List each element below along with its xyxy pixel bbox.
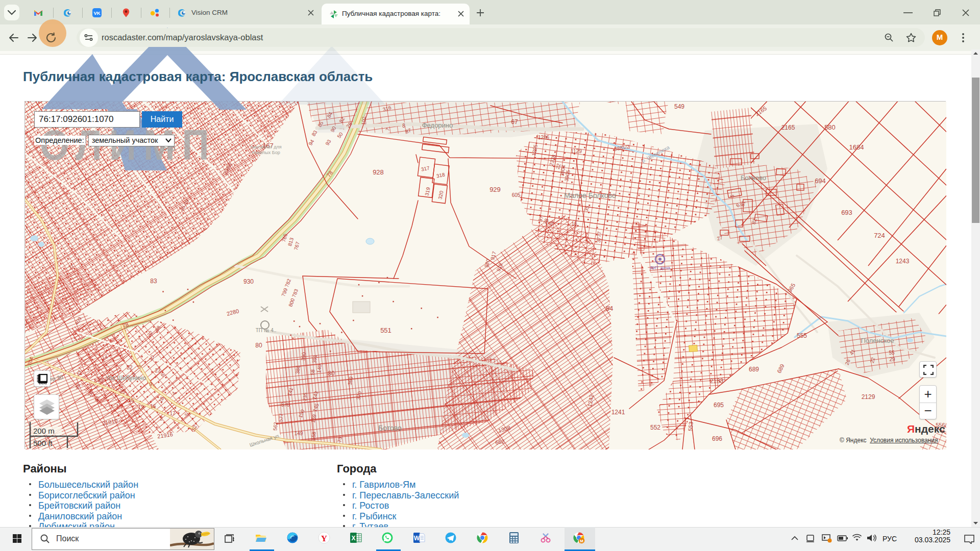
svg-text:549: 549 — [674, 103, 684, 110]
svg-text:580: 580 — [824, 123, 836, 131]
svg-text:555: 555 — [797, 332, 807, 339]
svg-text:16: 16 — [150, 404, 156, 409]
svg-text:1241: 1241 — [611, 409, 625, 416]
svg-text:73: 73 — [337, 436, 343, 442]
svg-text:930: 930 — [243, 278, 254, 285]
svg-text:Ботово: Ботово — [378, 424, 402, 432]
svg-text:1243: 1243 — [896, 258, 910, 265]
svg-text:29: 29 — [97, 378, 104, 383]
svg-text:15: 15 — [128, 397, 134, 403]
svg-text:1129: 1129 — [571, 148, 582, 154]
svg-text:2165: 2165 — [781, 124, 795, 131]
svg-text:2129: 2129 — [862, 393, 875, 400]
svg-text:929: 929 — [489, 186, 501, 193]
svg-text:22: 22 — [127, 365, 133, 370]
svg-text:9: 9 — [149, 382, 152, 387]
svg-text:390: 390 — [300, 352, 306, 361]
svg-text:3777: 3777 — [596, 231, 602, 243]
svg-text:W: W — [414, 535, 420, 542]
svg-text:1286: 1286 — [538, 135, 550, 140]
svg-text:386: 386 — [295, 365, 301, 374]
svg-text:2: 2 — [160, 416, 163, 421]
svg-text:551: 551 — [380, 327, 391, 334]
svg-text:Поленское: Поленское — [861, 337, 894, 344]
svg-text:724: 724 — [874, 232, 885, 239]
svg-text:25: 25 — [119, 389, 126, 394]
svg-text:693: 693 — [841, 209, 852, 216]
svg-text:576: 576 — [281, 402, 290, 408]
svg-text:577: 577 — [278, 413, 284, 422]
svg-text:2183: 2183 — [710, 378, 724, 385]
svg-text:17: 17 — [169, 411, 176, 416]
svg-text:391: 391 — [311, 354, 317, 363]
svg-text:29: 29 — [889, 357, 895, 362]
svg-text:Болково: Болково — [741, 174, 766, 182]
svg-text:83: 83 — [150, 278, 157, 285]
svg-text:Y: Y — [321, 534, 327, 543]
svg-text:235: 235 — [302, 392, 308, 401]
svg-text:55: 55 — [889, 350, 895, 356]
svg-text:553: 553 — [687, 421, 694, 431]
svg-text:696: 696 — [712, 435, 722, 442]
svg-text:1: 1 — [116, 404, 119, 409]
svg-text:тос Шебунино: тос Шебунино — [106, 374, 146, 382]
svg-text:1684: 1684 — [849, 143, 864, 151]
svg-text:689: 689 — [749, 366, 759, 373]
svg-text:16: 16 — [571, 221, 577, 227]
svg-text:58: 58 — [310, 369, 316, 375]
svg-text:80: 80 — [328, 370, 335, 377]
svg-text:ЛИТ дача: ЛИТ дача — [650, 265, 670, 270]
svg-text:552: 552 — [650, 424, 660, 431]
svg-text:Малое Болково: Малое Болково — [564, 191, 616, 199]
svg-text:M: M — [580, 539, 583, 543]
svg-text:158: 158 — [310, 431, 316, 440]
svg-text:500 ft: 500 ft — [33, 439, 53, 447]
svg-text:12: 12 — [138, 405, 144, 410]
svg-text:80: 80 — [255, 342, 262, 349]
svg-text:149: 149 — [295, 431, 303, 436]
svg-text:67: 67 — [511, 118, 518, 126]
svg-text:54: 54 — [606, 305, 613, 312]
svg-text:140: 140 — [316, 364, 322, 373]
svg-text:Федорино: Федорино — [422, 121, 453, 129]
svg-text:X: X — [351, 535, 355, 542]
svg-text:695: 695 — [714, 402, 724, 409]
svg-text:200 m: 200 m — [33, 427, 55, 435]
svg-text:562: 562 — [272, 421, 278, 431]
svg-text:694: 694 — [815, 177, 826, 185]
svg-text:ТП № 4..: ТП № 4.. — [256, 328, 277, 333]
svg-text:605: 605 — [512, 192, 521, 198]
svg-text:23: 23 — [155, 368, 161, 373]
